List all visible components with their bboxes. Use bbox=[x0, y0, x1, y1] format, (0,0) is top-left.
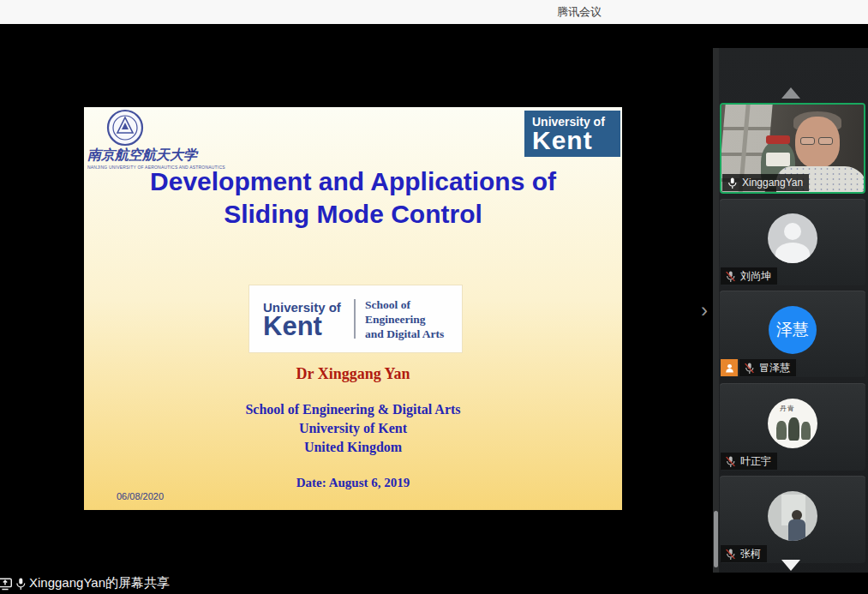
participant-name: 张柯 bbox=[740, 547, 761, 561]
nuaa-emblem-icon bbox=[106, 109, 144, 147]
slide-title-line1: Development and Applications of bbox=[84, 165, 622, 198]
participant-name-label: 冒泽慧 bbox=[739, 359, 796, 376]
participants-panel: XinggangYan 刘尚坤 bbox=[713, 48, 868, 594]
school-logo: University of Kent School of Engineering… bbox=[249, 285, 462, 352]
participant-tile-xinggangyan[interactable]: XinggangYan bbox=[720, 103, 865, 194]
sidebar-collapse-chevron[interactable]: › bbox=[696, 299, 713, 323]
share-status-bar: XinggangYan的屏幕共享 bbox=[0, 573, 868, 594]
participant-name-label: 叶正宇 bbox=[721, 453, 777, 470]
scroll-up-button[interactable] bbox=[713, 87, 868, 101]
affiliation-line-2: University of Kent bbox=[84, 421, 622, 436]
mic-muted-icon bbox=[725, 548, 736, 561]
participant-name: 叶正宇 bbox=[740, 454, 771, 469]
presenter-name: Dr Xinggang Yan bbox=[84, 365, 622, 383]
member-badge bbox=[721, 359, 738, 376]
participant-tile-liushangkun[interactable]: 刘尚坤 bbox=[720, 199, 865, 285]
participant-name: 刘尚坤 bbox=[740, 269, 771, 284]
participant-tile-yezhengyu[interactable]: 丹青 叶正宇 bbox=[720, 383, 865, 471]
scroll-up-icon bbox=[781, 87, 800, 99]
share-status-label: XinggangYan的屏幕共享 bbox=[29, 575, 170, 591]
meeting-window: 腾讯会议 南京航空航天大学 NANJING UNIVERSITY OF AERO… bbox=[0, 0, 868, 594]
participant-name-label: 刘尚坤 bbox=[721, 267, 777, 285]
screen-share-icon bbox=[0, 577, 13, 591]
date-line: Date: August 6, 2019 bbox=[84, 476, 622, 490]
avatar-initials: 泽慧 bbox=[776, 319, 809, 341]
person-badge-icon bbox=[724, 363, 735, 374]
kent-logo-wordmark: Kent bbox=[532, 129, 620, 153]
participant-tile-maozehui[interactable]: 泽慧 冒泽慧 bbox=[720, 291, 865, 377]
initials-avatar: 泽慧 bbox=[769, 306, 817, 354]
status-icons bbox=[0, 577, 27, 591]
scroll-down-icon bbox=[781, 560, 800, 571]
slide-title: Development and Applications of Sliding … bbox=[84, 165, 622, 231]
affiliation-line-3: United Kingdom bbox=[84, 440, 622, 455]
school-logo-kent-wordmark: Kent bbox=[263, 315, 354, 338]
screen-share-stage: 南京航空航天大学 NANJING UNIVERSITY OF AERONAUTI… bbox=[0, 24, 868, 573]
slide-date-stamp: 06/08/2020 bbox=[117, 491, 164, 501]
mic-muted-icon bbox=[725, 270, 736, 283]
default-avatar bbox=[768, 213, 817, 263]
school-name-lines: School of Engineering and Digital Arts bbox=[356, 297, 444, 341]
participant-name-label: XinggangYan bbox=[722, 174, 809, 191]
mic-muted-icon bbox=[725, 455, 736, 468]
slide-title-line2: Sliding Mode Control bbox=[84, 198, 622, 231]
mic-icon bbox=[727, 177, 738, 189]
nuaa-name-cn: 南京航空航天大学 bbox=[87, 147, 216, 165]
shared-slide: 南京航空航天大学 NANJING UNIVERSITY OF AERONAUTI… bbox=[84, 107, 622, 510]
window-title: 腾讯会议 bbox=[557, 4, 602, 20]
affiliation-line-1: School of Engineering & Digital Arts bbox=[84, 402, 622, 417]
participants-scrollbar[interactable] bbox=[713, 48, 719, 594]
chevron-right-icon: › bbox=[701, 298, 708, 321]
school-logo-university: University of Kent bbox=[249, 300, 354, 338]
school-name-line1: School of bbox=[365, 297, 444, 312]
photo-avatar bbox=[768, 491, 817, 541]
window-titlebar: 腾讯会议 bbox=[0, 0, 868, 24]
mic-muted-icon bbox=[744, 362, 755, 375]
school-name-line3: and Digital Arts bbox=[365, 327, 444, 341]
mic-icon bbox=[15, 577, 27, 591]
participant-tile-zhangke[interactable]: 张柯 bbox=[720, 476, 865, 563]
participant-name: XinggangYan bbox=[742, 177, 803, 189]
photo-avatar: 丹青 bbox=[768, 399, 817, 448]
participant-name: 冒泽慧 bbox=[759, 361, 790, 375]
nuaa-logo: 南京航空航天大学 NANJING UNIVERSITY OF AERONAUTI… bbox=[87, 109, 216, 170]
kent-logo: University of Kent bbox=[524, 111, 620, 157]
school-name-line2: Engineering bbox=[365, 312, 444, 327]
scroll-down-button[interactable] bbox=[713, 560, 868, 573]
